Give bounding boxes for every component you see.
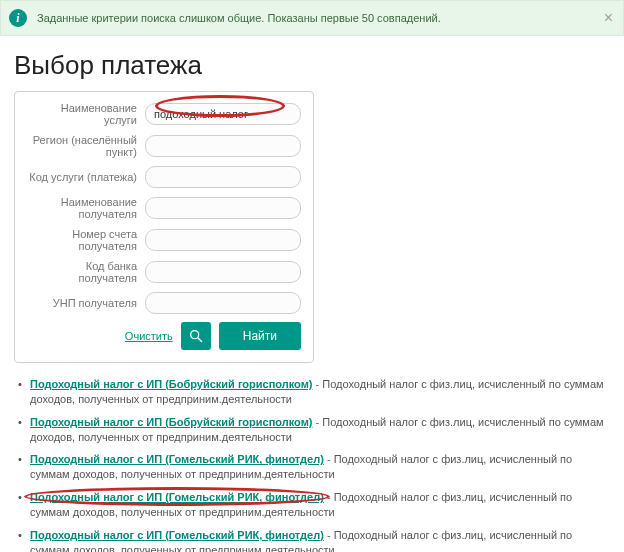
result-item: Подоходный налог с ИП (Бобруйский горисп…	[18, 415, 610, 445]
search-icon	[188, 328, 204, 344]
input-region[interactable]	[145, 135, 301, 157]
result-link[interactable]: Подоходный налог с ИП (Гомельский РИК, ф…	[30, 453, 324, 465]
search-icon-button[interactable]	[181, 322, 211, 350]
label-recipient-name: Наименование получателя	[27, 196, 145, 220]
label-service-name: Наименование услуги	[27, 102, 145, 126]
result-link[interactable]: Подоходный налог с ИП (Гомельский РИК, ф…	[30, 529, 324, 541]
result-link[interactable]: Подоходный налог с ИП (Гомельский РИК, ф…	[30, 491, 324, 503]
result-separator: -	[312, 416, 322, 428]
alert-text: Заданные критерии поиска слишком общие. …	[37, 12, 441, 24]
result-separator: -	[324, 453, 334, 465]
page-title: Выбор платежа	[14, 50, 610, 81]
result-item: Подоходный налог с ИП (Гомельский РИК, ф…	[18, 490, 610, 520]
result-item: Подоходный налог с ИП (Гомельский РИК, ф…	[18, 452, 610, 482]
clear-button[interactable]: Очистить	[125, 330, 173, 342]
result-item: Подоходный налог с ИП (Бобруйский горисп…	[18, 377, 610, 407]
result-separator: -	[324, 529, 334, 541]
results-list: Подоходный налог с ИП (Бобруйский горисп…	[14, 377, 610, 552]
info-icon: i	[9, 9, 27, 27]
result-separator: -	[312, 378, 322, 390]
label-service-code: Код услуги (платежа)	[27, 171, 145, 183]
label-region: Регион (населённый пункт)	[27, 134, 145, 158]
svg-line-1	[198, 338, 202, 342]
input-service-code[interactable]	[145, 166, 301, 188]
result-link[interactable]: Подоходный налог с ИП (Бобруйский горисп…	[30, 416, 312, 428]
input-service-name[interactable]	[145, 103, 301, 125]
result-item: Подоходный налог с ИП (Гомельский РИК, ф…	[18, 528, 610, 552]
svg-point-0	[190, 331, 198, 339]
search-form: Наименование услуги Регион (населённый п…	[14, 91, 314, 363]
result-separator: -	[324, 491, 334, 503]
info-alert: i Заданные критерии поиска слишком общие…	[0, 0, 624, 36]
label-recipient-account: Номер счета получателя	[27, 228, 145, 252]
close-icon[interactable]: ×	[604, 10, 613, 26]
input-recipient-unp[interactable]	[145, 292, 301, 314]
input-recipient-name[interactable]	[145, 197, 301, 219]
input-bank-code[interactable]	[145, 261, 301, 283]
label-recipient-unp: УНП получателя	[27, 297, 145, 309]
input-recipient-account[interactable]	[145, 229, 301, 251]
result-link[interactable]: Подоходный налог с ИП (Бобруйский горисп…	[30, 378, 312, 390]
find-button[interactable]: Найти	[219, 322, 301, 350]
label-bank-code: Код банка получателя	[27, 260, 145, 284]
